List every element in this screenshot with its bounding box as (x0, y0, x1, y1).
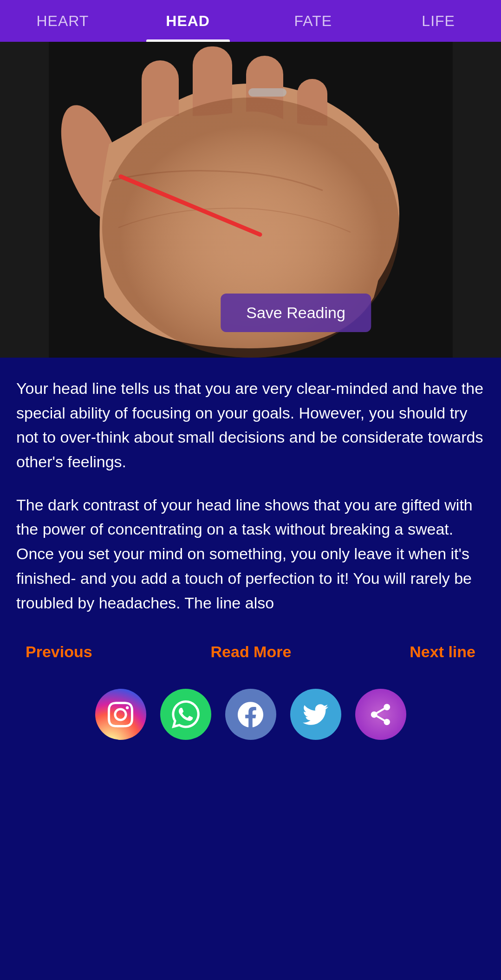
instagram-button[interactable] (95, 689, 146, 740)
action-buttons-row: Previous Read More Next line (16, 634, 485, 670)
whatsapp-button[interactable] (160, 689, 211, 740)
next-line-button[interactable]: Next line (410, 643, 475, 661)
palm-image-area: Save Reading (0, 42, 501, 358)
social-icons-row (16, 670, 485, 749)
description-paragraph-1: Your head line tells us that you are ver… (16, 376, 485, 474)
content-area: Your head line tells us that you are ver… (0, 358, 501, 763)
tab-head-label: HEAD (166, 13, 210, 30)
save-reading-button[interactable]: Save Reading (221, 294, 371, 332)
description-paragraph-2: The dark contrast of your head line show… (16, 493, 485, 615)
facebook-button[interactable] (225, 689, 276, 740)
tab-fate-label: FATE (294, 13, 332, 30)
tab-heart-label: HEART (36, 13, 89, 30)
read-more-button[interactable]: Read More (211, 643, 292, 661)
share-button[interactable] (355, 689, 406, 740)
tab-life[interactable]: LIFE (376, 0, 501, 42)
tab-heart[interactable]: HEART (0, 0, 125, 42)
bottom-spacer (0, 763, 501, 902)
tab-bar: HEART HEAD FATE LIFE (0, 0, 501, 42)
previous-button[interactable]: Previous (26, 643, 92, 661)
tab-fate[interactable]: FATE (251, 0, 376, 42)
svg-rect-9 (248, 88, 286, 97)
hand-image: Save Reading (49, 42, 453, 358)
twitter-button[interactable] (290, 689, 341, 740)
tab-head[interactable]: HEAD (125, 0, 251, 42)
tab-life-label: LIFE (422, 13, 455, 30)
